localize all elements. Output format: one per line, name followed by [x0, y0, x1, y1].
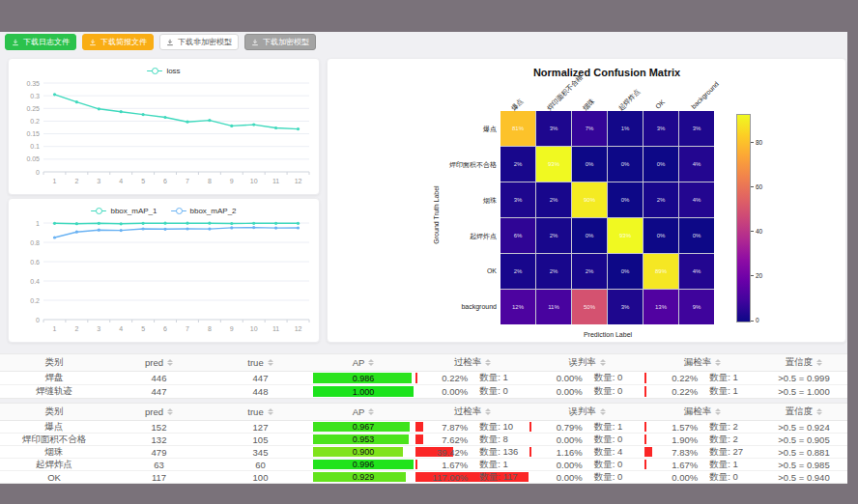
header-true[interactable]: true: [210, 404, 311, 420]
colorbar: [736, 114, 751, 322]
header-true[interactable]: true: [210, 354, 311, 371]
matrix-cell: 3%: [679, 111, 714, 146]
matrix-cell: 3%: [644, 111, 678, 146]
cell-overkill: 0.00%数量: 0: [415, 385, 529, 398]
cell-true: 448: [210, 385, 311, 398]
cell-true: 100: [210, 471, 311, 483]
header-overkill-rate[interactable]: 过检率: [415, 404, 529, 420]
series-loss: [53, 93, 300, 130]
header-misjudge-rate[interactable]: 误判率: [529, 354, 644, 371]
header-label: pred: [145, 406, 163, 417]
rate-count: 数量: 2: [709, 434, 760, 445]
colorbar-tick-label: 20: [756, 272, 762, 279]
header-pred[interactable]: pred: [108, 354, 210, 371]
cell-misjudge: 0.00%数量: 0: [529, 471, 644, 483]
colorbar-tick-mark: [751, 321, 754, 322]
svg-text:0.3: 0.3: [30, 93, 40, 99]
rate-count: 数量: 1: [479, 459, 529, 470]
legend-item-bbox-map-2[interactable]: bbox_mAP_2: [171, 204, 237, 217]
ap-value: 0.900: [353, 447, 375, 457]
colorbar-tick-label: 0: [756, 317, 759, 323]
caret-down-icon: [368, 363, 374, 366]
ap-table-bottom: 类别predtrueAP过检率误判率漏检率置信度爆点1521270.9677.8…: [0, 403, 847, 484]
sort-caret-icon: [167, 408, 173, 415]
download-encrypted-model-button[interactable]: 下载加密模型: [244, 34, 316, 50]
sort-caret-icon: [368, 359, 374, 366]
matrix-cell: 2%: [644, 182, 678, 217]
loss-chart: 00.050.10.150.20.250.30.3512345678910111…: [9, 77, 319, 193]
rate-percent: 1.90%: [644, 434, 698, 445]
header-overkill-rate[interactable]: 过检率: [415, 354, 529, 371]
matrix-cell: 2%: [536, 218, 571, 253]
map-chart-legend: bbox_mAP_1bbox_mAP_2: [9, 199, 319, 217]
series-bbox-map-1: [53, 222, 300, 226]
cell-ap: 1.000: [311, 385, 415, 398]
cell-confidence: >0.5 = 1.000: [760, 385, 847, 398]
cell-pred: 117: [108, 471, 210, 483]
matrix-cell: 0%: [679, 218, 714, 253]
header-pred[interactable]: pred: [108, 404, 210, 420]
sort-caret-icon: [600, 359, 606, 366]
caret-down-icon: [485, 412, 491, 415]
matrix-cell: 0%: [608, 147, 643, 182]
cell-overkill: 7.62%数量: 8: [415, 434, 529, 445]
svg-text:11: 11: [272, 178, 279, 184]
matrix-cell: 6%: [500, 218, 535, 253]
rate-percent: 39.42%: [415, 447, 468, 458]
matrix-cell: 4%: [679, 254, 714, 289]
header-miss-rate[interactable]: 漏检率: [644, 354, 760, 371]
download-plain-model-button[interactable]: 下载非加密模型: [159, 34, 239, 50]
legend-item-loss[interactable]: loss: [147, 64, 180, 77]
svg-text:0.8: 0.8: [30, 239, 40, 246]
download-log-button[interactable]: 下载日志文件: [5, 34, 76, 50]
header-label: 置信度: [786, 356, 814, 369]
cell-true: 105: [210, 434, 311, 445]
header-misjudge-rate[interactable]: 误判率: [529, 404, 644, 420]
legend-item-bbox-map-1[interactable]: bbox_mAP_1: [91, 204, 157, 217]
caret-up-icon: [715, 408, 721, 411]
ap-value: 0.929: [353, 472, 375, 482]
svg-text:9: 9: [230, 178, 234, 184]
header-label: 过检率: [454, 356, 482, 369]
cell-miss: 1.67%数量: 1: [644, 459, 760, 470]
header-label: 类别: [45, 406, 64, 418]
rate-count: 数量: 1: [709, 372, 760, 384]
svg-text:1: 1: [53, 325, 57, 332]
header-confidence[interactable]: 置信度: [760, 404, 847, 420]
colorbar-tick-mark: [751, 186, 754, 187]
matrix-row-label: 烟珠: [384, 196, 497, 206]
svg-text:2: 2: [74, 178, 78, 184]
ap-value: 0.986: [353, 374, 375, 383]
rate-percent: 0.22%: [415, 373, 468, 383]
header-ap[interactable]: AP: [311, 404, 415, 420]
svg-text:0: 0: [36, 169, 40, 176]
cell-overkill: 1.67%数量: 1: [415, 459, 529, 470]
download-report-button[interactable]: 下载简报文件: [82, 34, 154, 50]
cell-true: 447: [210, 372, 311, 384]
cell-ap: 0.986: [311, 372, 415, 384]
svg-text:7: 7: [186, 325, 189, 332]
matrix-col-label: background: [690, 80, 720, 110]
ap-value: 0.953: [353, 434, 375, 444]
cell-ap: 0.953: [311, 434, 415, 445]
matrix-cell: 0%: [572, 147, 607, 182]
header-ap[interactable]: AP: [311, 354, 415, 371]
svg-text:4: 4: [119, 178, 123, 184]
colorbar-tick-label: 80: [756, 139, 762, 146]
svg-text:1: 1: [53, 178, 57, 184]
matrix-cell: 12%: [500, 290, 535, 324]
header-label: AP: [353, 406, 365, 417]
cell-misjudge: 1.16%数量: 4: [529, 446, 644, 458]
line-series-icon: [147, 67, 162, 74]
header-confidence[interactable]: 置信度: [760, 354, 847, 371]
cell-confidence: >0.5 = 0.881: [760, 446, 847, 458]
y-axis: 00.20.40.60.81: [30, 220, 309, 323]
svg-text:2: 2: [74, 325, 78, 332]
svg-text:4: 4: [119, 325, 123, 332]
rate-count: 数量: 1: [479, 372, 529, 384]
caret-down-icon: [485, 363, 491, 366]
matrix-row-label: 起焊炸点: [384, 232, 497, 241]
cell-ap: 0.900: [311, 446, 415, 458]
colorbar-tick-mark: [751, 231, 754, 232]
header-miss-rate[interactable]: 漏检率: [644, 404, 760, 420]
